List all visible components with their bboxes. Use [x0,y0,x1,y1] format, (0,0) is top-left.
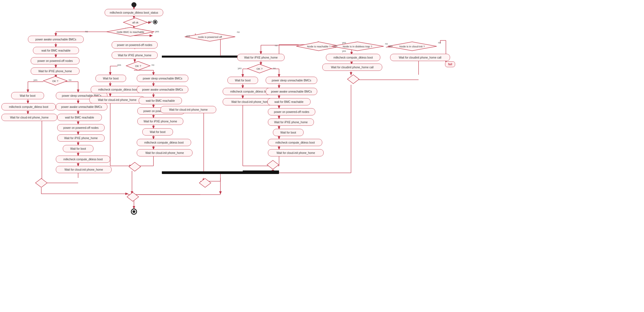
merge-diamond-l [35,178,48,188]
milkcheck2-l: milkcheck compute_dkless boot [56,156,110,163]
wait-bmc-l: wait for BMC reachable [33,47,79,54]
wait-cloud-init-m: Wait for cloud-init phone_home [89,96,145,103]
all-ok-diamond: all ok [123,17,148,27]
milkcheck-boot-status: milkcheck compute_dkless boot_status [105,9,163,16]
svg-marker-109 [129,162,141,171]
power-awake2-l: power awake unreachable BMCs [56,103,107,110]
merge-diamond-main [126,192,139,202]
end-node [131,209,137,215]
wait-cloud-l: Wait for cloud-init phone_home [1,114,57,121]
wait-ipxe-l: Wait for iPXE phone_home [31,67,80,75]
milkcheck-l: milkcheck compute_dkless boot [1,103,56,110]
no-cloudinit-label: no [438,41,441,44]
power-awake-bmc-l: power awake unreachable BMCs [28,36,84,43]
milkcheck2-r: milkcheck compute_dkless boot [268,139,322,146]
yes-diskless-label: yes [333,45,337,47]
milkcheck-dkless-r2: milkcheck compute_dkless boot [326,54,380,61]
svg-marker-107 [35,178,47,187]
power-awake-m: power awake unreachable BMCs [137,86,188,93]
merge-diamond-r2 [347,74,360,84]
no-ok-l-label: no [69,79,71,81]
ok-diamond-l: OK ? [43,76,68,86]
no-ok-m-label: no [152,64,154,66]
svg-marker-118 [199,178,211,187]
power-on2-l: power on powered-off nodes [57,124,105,131]
no-powered-off-label: no [237,31,240,33]
no-ok-r-label: no [273,67,276,70]
cloud-init-q: Node is in cloud-init ? [387,41,437,51]
yes-cloudinit-label: yes [389,45,393,47]
wait-ipxe2-l: Wait for iPXE phone_home [57,134,105,142]
wait-boot2-m: Wait for boot [142,128,173,136]
yes-all-ok-label: yes [148,20,152,23]
wait-boot2-r: Wait for boot [273,129,304,136]
wait-ipxe-r: Wait for iPXE phone_home [237,54,285,61]
power-on-m: power on powered-off nodes [112,41,158,49]
merge-diamond-r [266,160,279,170]
yes-ok-l-label: yes [33,79,37,81]
wait-bmc-m: wait for BMC reachable [139,97,182,104]
power-on-l: power on powered-off nodes [31,57,80,64]
ok-diamond-r: OK ? [247,64,272,74]
wait-cloud2-m: Wait for cloud-init phone_home [137,149,193,156]
svg-marker-117 [127,192,139,201]
wait-boot-l: Wait for boot [11,92,44,99]
wait-ipxe-m: Wait for iPXE phone_home [112,52,158,59]
power-on-r: power on powered-off nodes [268,108,315,115]
svg-marker-113 [267,160,279,169]
wait-boot-m: Wait for boot [95,75,126,82]
wait-cloud2-r: Wait for cloud-init phone_home [268,149,324,156]
node-bmc-reachable: node BMC is reachable [106,27,155,37]
ok-end-circle [153,20,157,24]
wait-bmc-r: wait for BMC reachable [267,98,311,105]
yes-ok-r2-label: yes [342,50,346,52]
wait-ipxe2-m: Wait for iPXE phone_home [137,118,183,125]
wait-ipxe2-r: Wait for iPXE phone_home [268,118,314,126]
no-reachable-label: no [275,44,278,47]
wait-bmc2-l: wait for BMC reachable [57,114,102,121]
fail-node: fail [445,61,455,67]
node-powered-off: node is powerred off [184,32,236,42]
bar-bottom [162,172,279,174]
diagram-container: milkcheck compute_dkless boot_status all… [0,0,644,312]
merge-diamond-main2 [199,178,212,188]
yes-ok-m-label: yes [117,64,121,66]
wait-cloudinit2-r2: Wait for cloudinit phone_home call [390,54,450,61]
wait-boot2-l: Wait for boot [63,145,93,152]
yes-powered-off-label: yes [186,35,190,37]
wait-cloud-big-m: Wait for cloud-init phone_home [160,106,216,113]
no-bmc-label: no [85,30,88,33]
merge-diamond-m [128,162,141,172]
wait-cloudinit-r2: Wait for cloudinit phone_home call [322,64,382,71]
yes-bmc-label: yes [155,30,159,33]
power-sleep-m: power sleep unreachable BMCs [137,75,188,82]
ok-diamond-m: OK ? [126,61,151,71]
diskless-trap: Node is in diskless trap ? [331,41,384,51]
milkcheck2-m: milkcheck compute_dkless boot [137,139,191,146]
wait-boot-r: Wait for boot [227,77,258,84]
start-node [131,2,136,7]
svg-marker-115 [347,75,359,84]
yes-ok-r-label: yes [238,67,242,70]
power-sleep-r: power sleep unreachable BMCs [266,77,317,84]
power-awake-r: power awake unreachable BMCs [266,88,317,95]
wait-cloud2-l: Wait for cloud-init phone_home [56,166,112,173]
